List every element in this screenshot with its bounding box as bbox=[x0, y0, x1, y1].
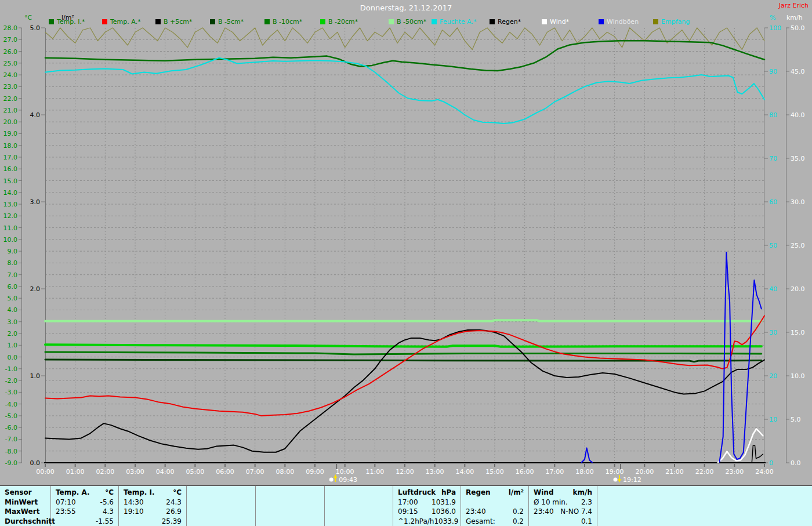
temp-tick-label: 4.0 bbox=[8, 306, 18, 314]
table-cell: 23:400.2 bbox=[461, 507, 528, 516]
temp-tick-label: 18.0 bbox=[3, 142, 18, 150]
kmh-tick-label: 5.0 bbox=[791, 416, 801, 423]
table-cell: 0.1 bbox=[529, 517, 597, 526]
rain-tick-label: 5.0 bbox=[30, 24, 41, 32]
kmh-tick-label: 45.0 bbox=[791, 68, 805, 75]
table-cell-value: N-NO 7.4 bbox=[560, 507, 592, 516]
table-cell: 17:001031.9 bbox=[393, 498, 461, 507]
hour-tick-label: 16:00 bbox=[516, 468, 534, 476]
temp-tick-label: -7.0 bbox=[5, 436, 17, 443]
table-cell-value: 4.3 bbox=[103, 507, 114, 516]
temp-tick-label: 27.0 bbox=[3, 36, 18, 43]
table-cell bbox=[597, 498, 812, 507]
pct-tick-label: 20 bbox=[769, 372, 777, 380]
pct-tick-label: 50 bbox=[769, 242, 777, 249]
weather-app-window: Donnerstag, 21.12.2017 Jarz Erich °C l/m… bbox=[0, 0, 812, 526]
table-cell-label: Temp. A. bbox=[56, 488, 90, 496]
table-cell: Windkm/h bbox=[529, 488, 597, 497]
pct-tick-label: 40 bbox=[769, 285, 777, 293]
table-cell: Temp. A.°C bbox=[51, 488, 118, 497]
table-cell-label: 23:40 bbox=[466, 507, 486, 516]
table-cell-label: 23:55 bbox=[56, 507, 76, 516]
table-cell bbox=[461, 498, 528, 507]
table-cell-value: 1036.0 bbox=[432, 507, 456, 516]
hour-tick-label: 02:00 bbox=[96, 468, 114, 476]
pct-tick-label: 10 bbox=[769, 416, 777, 423]
temp-tick-label: 16.0 bbox=[3, 165, 18, 173]
table-cell bbox=[256, 517, 324, 526]
table-cell bbox=[325, 517, 393, 526]
kmh-tick-label: 40.0 bbox=[791, 111, 805, 119]
temp-tick-label: 14.0 bbox=[3, 189, 18, 197]
hour-tick-label: 22:00 bbox=[695, 468, 714, 476]
kmh-tick-label: 10.0 bbox=[791, 372, 805, 380]
rain-tick-label: 2.0 bbox=[30, 285, 41, 293]
sunset-icon bbox=[614, 478, 618, 482]
table-cell bbox=[187, 517, 255, 526]
hour-tick-label: 23:00 bbox=[725, 468, 744, 476]
table-cell-label: Gesamt: bbox=[466, 517, 495, 525]
hour-tick-label: 09:00 bbox=[306, 468, 324, 476]
hour-tick-label: 11:00 bbox=[365, 468, 384, 476]
hour-tick-label: 13:00 bbox=[426, 468, 444, 476]
table-cell-value: l/m² bbox=[509, 488, 524, 496]
temp-tick-label: 0.0 bbox=[8, 354, 18, 361]
hour-tick-label: 20:00 bbox=[635, 468, 654, 476]
pct-tick-label: 0 bbox=[769, 459, 773, 467]
hour-tick-label: 17:00 bbox=[545, 468, 564, 476]
table-cell-value: km/h bbox=[573, 488, 592, 496]
table-cell bbox=[256, 507, 324, 516]
table-cell-label: 14:30 bbox=[124, 498, 144, 506]
table-cell-value: 1033.9 bbox=[434, 517, 458, 525]
temp-tick-label: 13.0 bbox=[3, 201, 18, 208]
table-cell-label: ^1.2hPa/h bbox=[398, 517, 434, 525]
temp-tick-label: 9.0 bbox=[8, 248, 18, 255]
table-cell: 19:1026.9 bbox=[119, 507, 186, 516]
table-cell bbox=[597, 488, 812, 497]
temp-tick-label: -8.0 bbox=[5, 448, 17, 455]
table-cell-label: Sensor bbox=[5, 488, 32, 496]
hour-tick-label: 00:00 bbox=[36, 468, 55, 476]
table-cell: MaxWert bbox=[0, 507, 50, 516]
table-cell: ^1.2hPa/h1033.9 bbox=[393, 517, 461, 526]
table-column-1: Temp. A.°C07:10-5.623:554.3-1.55 bbox=[51, 486, 119, 526]
temp-tick-label: -3.0 bbox=[5, 389, 17, 396]
table-cell: 25.39 bbox=[119, 517, 186, 526]
temp-tick-label: 10.0 bbox=[3, 236, 18, 244]
temp-tick-label: 28.0 bbox=[3, 24, 18, 32]
table-cell-label: Ø 10 min. bbox=[534, 498, 568, 506]
table-cell-value: 0.2 bbox=[513, 517, 524, 525]
table-cell: Ø 10 min.2.3 bbox=[529, 498, 597, 507]
temp-tick-label: 22.0 bbox=[3, 95, 18, 103]
table-cell-value: 25.39 bbox=[162, 517, 182, 525]
rain-tick-label: 1.0 bbox=[30, 372, 41, 380]
table-cell-label: 09:15 bbox=[398, 507, 418, 516]
table-cell-value: 1031.9 bbox=[432, 498, 456, 506]
pct-tick-label: 80 bbox=[769, 111, 777, 119]
temp-tick-label: 6.0 bbox=[8, 283, 18, 291]
series-regen bbox=[45, 445, 763, 463]
table-column-2: Temp. I.°C14:3024.319:1026.925.39 bbox=[119, 486, 187, 526]
table-cell: LuftdruckhPa bbox=[393, 488, 461, 497]
table-cell: 14:3024.3 bbox=[119, 498, 186, 507]
table-cell-value: 0.1 bbox=[581, 517, 592, 525]
table-cell-value: -5.6 bbox=[100, 498, 114, 506]
table-column-9 bbox=[597, 486, 812, 526]
table-cell bbox=[597, 517, 812, 526]
temp-tick-label: 5.0 bbox=[8, 295, 18, 302]
temp-tick-label: 7.0 bbox=[8, 271, 18, 279]
pct-tick-label: 60 bbox=[769, 198, 777, 206]
table-cell-value: 2.3 bbox=[581, 498, 592, 506]
hour-tick-label: 18:00 bbox=[575, 468, 594, 476]
kmh-tick-label: 15.0 bbox=[791, 329, 805, 336]
pct-tick-label: 100 bbox=[769, 24, 781, 32]
table-cell: 23:40N-NO 7.4 bbox=[529, 507, 597, 516]
table-cell-label: 07:10 bbox=[56, 498, 76, 506]
hour-tick-label: 06:00 bbox=[216, 468, 234, 476]
hour-tick-label: 08:00 bbox=[276, 468, 294, 476]
kmh-tick-label: 50.0 bbox=[791, 24, 805, 32]
table-cell: MinWert bbox=[0, 498, 50, 507]
temp-tick-label: 19.0 bbox=[3, 130, 18, 137]
temp-tick-label: -4.0 bbox=[5, 401, 17, 408]
pct-tick-label: 90 bbox=[769, 68, 777, 75]
